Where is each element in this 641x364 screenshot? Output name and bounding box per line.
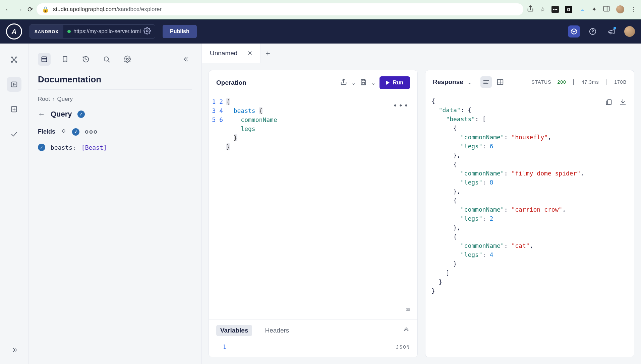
help-icon[interactable]: [587, 25, 599, 38]
copy-response-icon[interactable]: [605, 98, 613, 108]
breadcrumb-query[interactable]: Query: [57, 96, 73, 102]
response-panel: Response ⌄ STATUS: [425, 70, 634, 357]
line-gutter: 1 2 3 4 5 6: [209, 97, 226, 151]
tab-label: Unnamed: [210, 50, 237, 57]
response-dropdown-icon[interactable]: ⌄: [467, 79, 472, 85]
field-name: beasts:: [51, 144, 76, 151]
breadcrumb-root[interactable]: Root: [38, 96, 50, 102]
operation-tabbar: Unnamed ✕ ＋: [202, 44, 641, 63]
operation-panel: Operation ⌄ ⌄ Run •••: [209, 70, 418, 357]
chrome-actions: ☆ ••• G ☁︎ ✦ ⋮: [527, 5, 636, 14]
svg-line-9: [12, 58, 14, 59]
download-response-icon[interactable]: [619, 98, 627, 108]
field-row[interactable]: ✓ beasts: [Beast]: [38, 144, 192, 151]
field-type: [Beast]: [81, 144, 107, 151]
variables-panel: Variables Headers 1 JSON: [209, 319, 417, 357]
doc-settings-icon[interactable]: [121, 53, 134, 66]
view-json-icon[interactable]: [480, 76, 492, 88]
sort-icon[interactable]: [61, 128, 67, 136]
nav-forward-icon[interactable]: →: [16, 6, 23, 13]
save-operation-icon[interactable]: [360, 78, 367, 87]
status-code: 200: [558, 79, 566, 85]
sandbox-endpoint: SANDBOX https://my-apollo-server.tomi: [30, 24, 155, 39]
share-icon[interactable]: [527, 5, 534, 14]
view-table-icon[interactable]: [494, 76, 506, 88]
nav-reload-icon[interactable]: ⟳: [27, 5, 33, 13]
svg-line-11: [14, 58, 16, 59]
search-icon[interactable]: [100, 53, 113, 66]
user-avatar[interactable]: [624, 26, 635, 37]
chrome-menu-icon[interactable]: ⋮: [630, 6, 636, 13]
breadcrumb: Root › Query: [38, 96, 192, 102]
tab-unnamed[interactable]: Unnamed ✕: [202, 44, 261, 63]
svg-rect-25: [362, 82, 364, 84]
rail-schema-icon[interactable]: [7, 52, 21, 67]
share-menu-chevron-icon[interactable]: ⌄: [351, 80, 356, 86]
doc-view-icon[interactable]: [38, 53, 51, 66]
star-icon[interactable]: ☆: [540, 6, 545, 13]
ext-1-icon[interactable]: •••: [551, 6, 559, 13]
rail-explorer-icon[interactable]: [7, 77, 21, 92]
tab-headers[interactable]: Headers: [261, 325, 293, 336]
editor-overflow-icon[interactable]: •••: [393, 101, 409, 110]
extensions-icon[interactable]: ✦: [592, 6, 597, 13]
url-path: /sandbox/explorer: [116, 6, 162, 12]
svg-rect-24: [362, 79, 364, 81]
status-label: STATUS: [531, 79, 551, 85]
chevron-right-icon: ›: [53, 96, 55, 102]
announcements-icon[interactable]: [605, 25, 618, 38]
svg-rect-32: [607, 100, 611, 105]
response-body[interactable]: { "data": { "beasts": [ { "commonName": …: [425, 94, 634, 357]
svg-point-23: [126, 58, 128, 60]
tab-close-icon[interactable]: ✕: [247, 50, 252, 57]
documentation-pane: Documentation Root › Query ← Query ✓ Fie…: [28, 44, 202, 364]
svg-line-12: [12, 60, 14, 61]
server-url[interactable]: https://my-apollo-server.tomi: [73, 28, 141, 34]
nav-back-icon[interactable]: ←: [5, 6, 11, 13]
publish-button[interactable]: Publish: [163, 25, 197, 38]
back-arrow-icon[interactable]: ←: [38, 110, 45, 119]
ext-2-icon[interactable]: G: [565, 6, 572, 13]
collapse-vars-icon[interactable]: [403, 326, 410, 335]
tab-variables[interactable]: Variables: [216, 325, 252, 336]
documentation-title: Documentation: [38, 74, 192, 90]
status-dot-icon: [67, 30, 71, 33]
endpoint-settings-icon[interactable]: [143, 27, 151, 36]
topbar-primary-action[interactable]: [568, 25, 580, 38]
rail-diff-icon[interactable]: [7, 102, 21, 117]
side-panel-icon[interactable]: [603, 5, 610, 14]
history-icon[interactable]: [79, 53, 92, 66]
response-timing: 47.3ms: [582, 79, 599, 85]
vars-line-number: 1: [216, 344, 226, 350]
field-check-icon[interactable]: ✓: [38, 144, 45, 151]
rail-checks-icon[interactable]: [7, 127, 21, 141]
app-topbar: A SANDBOX https://my-apollo-server.tomi …: [0, 19, 641, 44]
ext-3-icon[interactable]: ☁︎: [578, 6, 586, 13]
svg-point-2: [146, 30, 148, 32]
operation-editor[interactable]: ••• 1 2 3 4 5 6 { beasts { commonName le…: [209, 95, 417, 319]
share-operation-icon[interactable]: [340, 78, 347, 87]
svg-rect-0: [604, 6, 609, 11]
run-button-label: Run: [393, 80, 403, 86]
response-status: STATUS 200 │ 47.3ms │ 170B: [531, 79, 627, 85]
chrome-avatar[interactable]: [616, 5, 624, 13]
fields-check-icon[interactable]: ✓: [72, 128, 79, 136]
check-badge-icon[interactable]: ✓: [77, 111, 85, 118]
svg-rect-18: [42, 57, 47, 62]
operation-code[interactable]: { beasts { commonName legs } }: [226, 97, 417, 151]
keyboard-shortcuts-icon[interactable]: ⌨: [406, 305, 410, 314]
collapse-doc-icon[interactable]: [179, 53, 192, 66]
tab-add-button[interactable]: ＋: [261, 44, 275, 63]
vars-format-label: JSON: [396, 344, 410, 350]
svg-line-10: [14, 60, 16, 61]
save-menu-chevron-icon[interactable]: ⌄: [371, 80, 375, 86]
apollo-logo[interactable]: A: [6, 23, 22, 40]
notification-dot-icon: [614, 27, 616, 29]
rail-expand-icon[interactable]: [7, 343, 21, 357]
response-json: { "data": { "beasts": [ { "commonName": …: [431, 96, 628, 295]
svg-line-22: [108, 61, 109, 62]
omnibox[interactable]: 🔒 studio.apollographql.com/sandbox/explo…: [37, 3, 523, 15]
fields-more-icon[interactable]: ooo: [85, 128, 98, 135]
bookmark-icon[interactable]: [59, 53, 71, 66]
run-button[interactable]: Run: [380, 76, 410, 89]
